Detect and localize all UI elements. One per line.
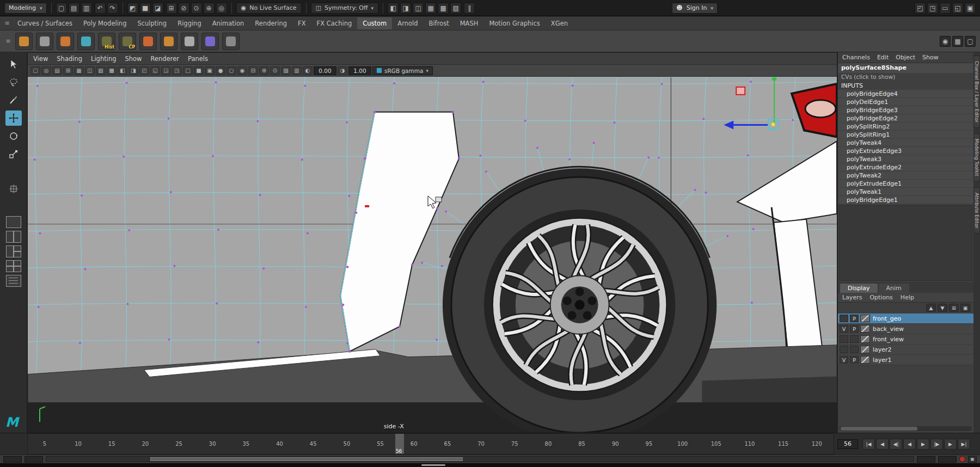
shelf-tab[interactable]: FX Caching	[311, 17, 358, 29]
shelf-tab[interactable]: Poly Modeling	[78, 17, 132, 29]
shelf-quad-draw-icon[interactable]	[77, 33, 95, 50]
history-node[interactable]: polyDelEdge1	[838, 98, 973, 106]
cvs-toggle[interactable]: CVs (click to show)	[838, 73, 973, 81]
shelf-tab[interactable]: Motion Graphics	[483, 17, 545, 29]
rotate-tool-button[interactable]	[5, 128, 22, 144]
history-node[interactable]: polyExtrudeEdge2	[838, 163, 973, 171]
film-gate-icon[interactable]: ◧	[118, 66, 127, 75]
layer-playback-toggle[interactable]	[850, 335, 859, 343]
history-node[interactable]: polyTweak2	[838, 171, 973, 180]
panel-menu[interactable]: Show	[125, 55, 142, 63]
safe-title-icon[interactable]: ◳	[172, 66, 182, 75]
new-layer-from-selected-icon[interactable]: ▣	[960, 304, 970, 312]
play-forwards-button[interactable]: ▶	[917, 439, 929, 450]
layer-editor-menu[interactable]: Options	[869, 294, 892, 301]
horizontal-scrollbar[interactable]	[840, 426, 972, 431]
step-back-frame-button[interactable]: ◀	[876, 439, 889, 450]
layer-editor-menu[interactable]: Layers	[842, 294, 862, 301]
layer-row[interactable]: front_view	[838, 334, 973, 345]
panel-corner-grid-icon[interactable]: ▦	[952, 36, 963, 47]
gamma-field[interactable]: 1.00	[348, 66, 371, 75]
step-forward-key-button[interactable]: |▶	[930, 439, 943, 450]
layer-row[interactable]: layer2	[838, 345, 973, 355]
lock-camera-icon[interactable]: ◎	[41, 66, 51, 75]
view-transform-dropdown[interactable]: sRGB gamma ▾	[372, 66, 433, 75]
shape-node-name[interactable]: polySurface8Shape	[838, 63, 973, 73]
layer-color-swatch[interactable]	[860, 356, 870, 364]
paint-select-tool-button[interactable]	[5, 93, 22, 108]
shelf-tab[interactable]: Curves / Surfaces	[12, 17, 78, 29]
channel-box-menu[interactable]: Channels	[842, 54, 870, 61]
channel-box-menu[interactable]: Object	[896, 54, 915, 61]
shelf-poly-torus-icon[interactable]	[160, 33, 177, 50]
save-scene-icon[interactable]: ▥	[81, 3, 92, 14]
panel-menu[interactable]: Panels	[188, 55, 208, 63]
layer-editor-tab[interactable]: Display	[840, 284, 878, 293]
shelf-tab[interactable]: MASH	[455, 17, 484, 29]
range-slider[interactable]	[46, 456, 914, 462]
shelf-tab[interactable]: Arnold	[392, 17, 423, 29]
viewport-canvas[interactable]: side -X	[28, 77, 837, 432]
shelf-tabs-menu-icon[interactable]: ≡	[3, 20, 11, 27]
layer-playback-toggle[interactable]: P	[850, 325, 859, 333]
exposure-field[interactable]: 0.00	[314, 66, 336, 75]
history-node[interactable]: polyTweak4	[838, 139, 973, 147]
select-hierarchy-icon[interactable]: ◩	[127, 3, 138, 14]
step-back-key-button[interactable]: ◀|	[890, 439, 902, 450]
grease-pencil-icon[interactable]: ▧	[96, 66, 106, 75]
move-layer-down-icon[interactable]: ▼	[938, 304, 947, 312]
panel-menu[interactable]: View	[33, 55, 48, 63]
four-pane-layout-button[interactable]	[6, 260, 21, 272]
single-pane-layout-button[interactable]	[6, 216, 21, 228]
lasso-tool-button[interactable]	[5, 75, 22, 90]
layer-color-swatch[interactable]	[860, 346, 870, 353]
gamma-icon[interactable]: ◑	[338, 66, 347, 75]
render-settings-icon[interactable]: ▦	[425, 3, 436, 14]
step-forward-frame-button[interactable]: ▶	[944, 439, 957, 450]
gate-mask-icon[interactable]: ◰	[139, 66, 149, 75]
xray-icon[interactable]: ▥	[292, 66, 302, 75]
open-render-view-icon[interactable]: ◧	[388, 3, 399, 14]
layer-editor-tab[interactable]: Anim	[879, 284, 909, 293]
open-scene-icon[interactable]: ▤	[69, 3, 79, 14]
new-empty-layer-icon[interactable]: ⊞	[949, 304, 959, 312]
textured-icon[interactable]: ▣	[205, 66, 215, 75]
workspace-bar-icon[interactable]: ▭	[940, 3, 951, 14]
pan-zoom-icon[interactable]: ◫	[85, 66, 95, 75]
history-node[interactable]: polyBridgeEdge1	[838, 196, 973, 204]
safe-action-icon[interactable]: ◲	[161, 66, 171, 75]
move-layer-up-icon[interactable]: ▲	[926, 304, 936, 312]
pause-viewport-icon[interactable]: ∥	[464, 3, 475, 14]
layer-row[interactable]: P front_geo	[838, 314, 973, 324]
workspace-split-icon[interactable]: ◱	[952, 3, 963, 14]
render-current-frame-icon[interactable]: ◨	[400, 3, 411, 14]
two-pane-layout-button[interactable]	[6, 231, 21, 243]
layer-row[interactable]: V P layer1	[838, 355, 973, 365]
panel-menu[interactable]: Renderer	[151, 55, 180, 63]
shelf-tab[interactable]: XGen	[546, 17, 573, 29]
motion-blur-icon[interactable]: ⊟	[248, 66, 258, 75]
sidebar-vertical-tab[interactable]: Channel Box / Layer Editor	[973, 56, 980, 128]
shelf-tab[interactable]: Custom	[357, 17, 392, 29]
ipr-render-icon[interactable]: ◫	[413, 3, 424, 14]
camera-attributes-icon[interactable]: ▤	[52, 66, 62, 75]
shelf-tab[interactable]: Rendering	[249, 17, 292, 29]
use-default-material-icon[interactable]: ●	[216, 66, 225, 75]
depth-of-field-icon[interactable]: ⊙	[270, 66, 280, 75]
hypershade-icon[interactable]: ▩	[438, 3, 449, 14]
menu-set-dropdown[interactable]: Modeling ▾	[4, 3, 47, 14]
current-frame-field[interactable]: 56	[837, 439, 858, 449]
shelf-tab[interactable]: Rigging	[172, 17, 207, 29]
snap-to-plane-icon[interactable]: ⊕	[204, 3, 215, 14]
history-node[interactable]: polyBridgeEdge3	[838, 106, 973, 114]
smooth-shade-icon[interactable]: ■	[194, 66, 204, 75]
panel-menu[interactable]: Shading	[57, 55, 82, 63]
playback-start-field[interactable]	[24, 456, 43, 463]
layer-row[interactable]: V P back_view	[838, 324, 973, 334]
shelf-lattice-icon[interactable]	[201, 33, 219, 50]
history-node[interactable]: polyTweak1	[838, 188, 973, 196]
history-node[interactable]: polyTweak3	[838, 155, 973, 163]
shelf-tab[interactable]: Sculpting	[132, 17, 172, 29]
shelf-tab[interactable]: Animation	[207, 17, 250, 29]
outliner-layout-button[interactable]	[6, 275, 21, 287]
